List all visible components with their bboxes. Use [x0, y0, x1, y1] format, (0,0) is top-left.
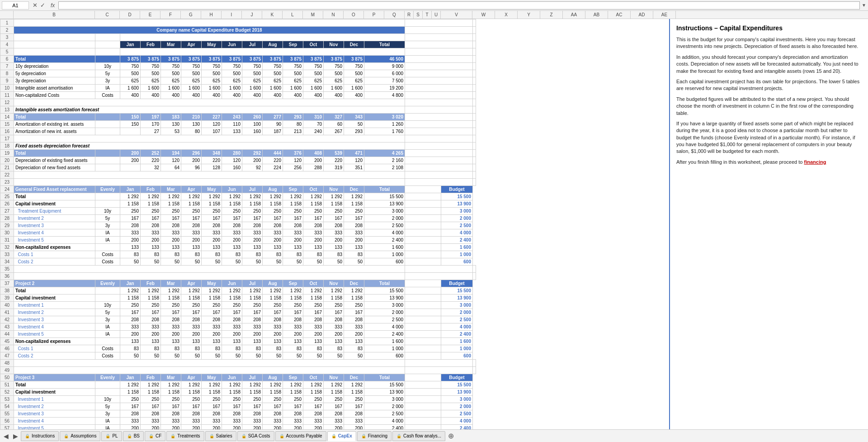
cell-c3[interactable]: [95, 34, 120, 41]
cell-d6: 3 875: [120, 56, 141, 63]
cell-b4[interactable]: [14, 41, 95, 48]
col-header-v[interactable]: V: [441, 11, 472, 19]
financing-link[interactable]: financing: [804, 159, 826, 165]
tab-nav-prev[interactable]: ◀: [2, 432, 10, 440]
cell-reference[interactable]: [2, 1, 29, 10]
row-num-5: 5: [0, 48, 14, 56]
table-row: 41 Investment 2 5y 167 167 167 167 167 1…: [0, 309, 476, 316]
tab-label-cashflow: Cash flow analys...: [403, 433, 441, 438]
col-header-d[interactable]: D: [120, 11, 140, 19]
tab-bs[interactable]: 🔒 BS: [123, 431, 144, 441]
cell-v6[interactable]: [473, 56, 476, 63]
col-header-y[interactable]: Y: [518, 11, 540, 19]
col-header-ae[interactable]: AE: [653, 11, 676, 19]
cell-v4[interactable]: [473, 41, 476, 48]
col-header-x[interactable]: X: [495, 11, 518, 19]
cell-v5[interactable]: [473, 48, 476, 56]
col-header-r[interactable]: R: [405, 11, 414, 19]
col-header-m[interactable]: M: [303, 11, 323, 19]
tab-assumptions[interactable]: 🔒 Assumptions: [60, 431, 100, 441]
tab-sga[interactable]: 🔒 SGA Costs: [237, 431, 274, 441]
table-row: 9 3y depreciation 3y 625 625 625 625 625…: [0, 77, 476, 85]
col-header-s[interactable]: S: [414, 11, 423, 19]
tab-salaries[interactable]: 🔒 Salaries: [205, 431, 236, 441]
cell-d5[interactable]: [120, 48, 405, 56]
col-header-k[interactable]: K: [262, 11, 283, 19]
tab-treatments[interactable]: 🔒 Treatments: [166, 431, 204, 441]
tab-pl[interactable]: 🔒 PL: [101, 431, 122, 441]
formula-input[interactable]: [58, 1, 860, 10]
cell-v2[interactable]: [473, 27, 476, 34]
cell-c4[interactable]: [95, 41, 120, 48]
tab-nav-next[interactable]: ▶: [11, 432, 20, 440]
col-header-n[interactable]: N: [323, 11, 344, 19]
col-header-b[interactable]: B: [14, 11, 95, 19]
instructions-p3: Each capital investment project has its …: [676, 78, 862, 92]
lock-icon-4: 🔒: [127, 434, 132, 438]
col-header-o[interactable]: O: [344, 11, 364, 19]
cell-j6: 3 875: [242, 56, 263, 63]
cell-b5[interactable]: [14, 48, 95, 56]
cell-c5[interactable]: [95, 48, 120, 56]
col-header-p[interactable]: P: [364, 11, 384, 19]
lock-icon: 🔒: [25, 434, 30, 438]
row-num-3: 3: [0, 34, 14, 41]
col-header-ad[interactable]: AD: [631, 11, 653, 19]
cell-v1[interactable]: [473, 19, 476, 27]
col-header-i[interactable]: I: [222, 11, 242, 19]
col-header-u[interactable]: U: [432, 11, 441, 19]
cancel-icon[interactable]: ✕: [33, 2, 38, 9]
add-sheet-button[interactable]: ⊕: [446, 432, 456, 440]
table-row: 40 Investment 1 10y 250 250 250 250 250 …: [0, 302, 476, 309]
tab-label-capex: CapEx: [338, 433, 352, 438]
cell-g6: 3 875: [181, 56, 202, 63]
cell-r6[interactable]: [405, 56, 473, 63]
col-header-c[interactable]: C: [95, 11, 120, 19]
table-row: 17: [0, 135, 476, 143]
col-header-f[interactable]: F: [160, 11, 181, 19]
table-row: 55 Investment 3 3y 208 208 208 208 208 2…: [0, 410, 476, 418]
table-row: 29 Investment 3 3y 208 208 208 208 208 2…: [0, 222, 476, 229]
col-header-j[interactable]: J: [242, 11, 262, 19]
dropdown-arrow-icon[interactable]: ▼: [862, 3, 866, 8]
col-header-ac[interactable]: AC: [608, 11, 631, 19]
cell-r2[interactable]: [405, 27, 473, 34]
col-header-h[interactable]: H: [201, 11, 222, 19]
confirm-icon[interactable]: ✓: [40, 2, 45, 9]
table-row: 54 Investment 2 5y 167 167 167 167 167 1…: [0, 403, 476, 410]
cell-d3[interactable]: [120, 34, 405, 41]
table-row: 30 Investment 4 IA 333 333 333 333 333 3…: [0, 229, 476, 237]
col-header-ab[interactable]: AB: [585, 11, 608, 19]
table-row: 24 General Fixed Asset replacement Evenl…: [0, 186, 476, 193]
col-sep: Sep: [283, 41, 303, 48]
col-header-q[interactable]: Q: [384, 11, 405, 19]
col-header-aa[interactable]: AA: [563, 11, 585, 19]
col-feb: Feb: [141, 41, 161, 48]
tab-ap[interactable]: 🔒 Accounts Payable: [275, 431, 326, 441]
cell-b1[interactable]: [14, 19, 405, 27]
instructions-p5: If you have a large quantity of fixed as…: [676, 120, 862, 155]
tab-financing[interactable]: 🔒 Financing: [357, 431, 392, 441]
col-header-e[interactable]: E: [140, 11, 160, 19]
col-header-t[interactable]: T: [423, 11, 432, 19]
tab-capex[interactable]: 🔒 CapEx: [327, 431, 356, 441]
project2-header: Project 2: [14, 280, 95, 287]
cell-r3[interactable]: [405, 34, 473, 41]
cell-c6[interactable]: [95, 56, 120, 63]
col-header-g[interactable]: G: [181, 11, 201, 19]
cell-r4[interactable]: [405, 41, 473, 48]
row-num-10: 10: [0, 85, 14, 92]
cell-r1[interactable]: [405, 19, 473, 27]
col-header-w[interactable]: W: [472, 11, 495, 19]
cell-b3[interactable]: [14, 34, 95, 41]
table-row: 37 Project 2 Evenly Jan Feb Mar Apr May …: [0, 280, 476, 287]
col-header-l[interactable]: L: [283, 11, 303, 19]
tab-cashflow[interactable]: 🔒 Cash flow analys...: [392, 431, 445, 441]
col-header-z[interactable]: Z: [540, 11, 563, 19]
cell-r5[interactable]: [405, 48, 473, 56]
cell-v3[interactable]: [473, 34, 476, 41]
tab-instructions[interactable]: 🔒 Instructions: [21, 431, 59, 441]
table-row: 42 Investment 3 3y 208 208 208 208 208 2…: [0, 316, 476, 323]
lock-icon-7: 🔒: [209, 434, 214, 438]
tab-cf[interactable]: 🔒 CF: [145, 431, 165, 441]
